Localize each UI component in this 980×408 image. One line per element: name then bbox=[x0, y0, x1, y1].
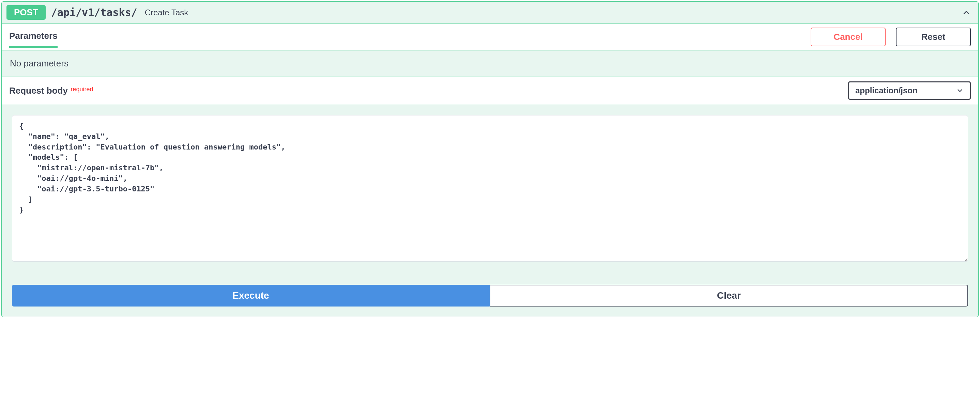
parameters-tab-bar: Parameters Cancel Reset bbox=[2, 23, 978, 51]
parameters-tab[interactable]: Parameters bbox=[9, 31, 57, 48]
http-method-badge: POST bbox=[6, 5, 46, 20]
endpoint-path: /api/v1/tasks/ bbox=[51, 6, 137, 18]
endpoint-panel: POST /api/v1/tasks/ Create Task Paramete… bbox=[2, 2, 978, 317]
content-type-select[interactable]: application/json bbox=[848, 81, 971, 100]
execute-button[interactable]: Execute bbox=[12, 285, 490, 306]
cancel-button[interactable]: Cancel bbox=[811, 28, 886, 46]
reset-button[interactable]: Reset bbox=[896, 28, 971, 46]
clear-button[interactable]: Clear bbox=[490, 285, 968, 306]
execute-row: Execute Clear bbox=[2, 264, 978, 317]
endpoint-summary: Create Task bbox=[145, 8, 961, 17]
request-body-label: Request body bbox=[9, 86, 68, 96]
request-body-textarea[interactable] bbox=[12, 115, 968, 262]
try-it-actions: Cancel Reset bbox=[811, 28, 971, 51]
chevron-down-icon bbox=[956, 87, 964, 94]
request-body-header: Request body required application/json bbox=[2, 76, 978, 105]
collapse-toggle-icon[interactable] bbox=[961, 8, 972, 18]
content-type-value: application/json bbox=[855, 86, 918, 95]
body-editor-wrapper bbox=[2, 105, 978, 264]
required-badge: required bbox=[70, 86, 93, 93]
no-parameters-text: No parameters bbox=[2, 51, 978, 76]
endpoint-header[interactable]: POST /api/v1/tasks/ Create Task bbox=[2, 2, 978, 23]
